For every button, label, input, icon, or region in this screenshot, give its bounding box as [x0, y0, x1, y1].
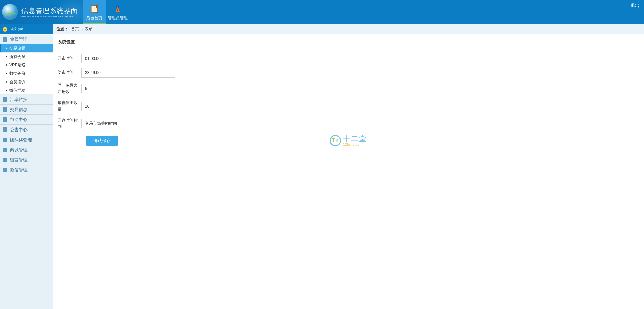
- sub-all-members[interactable]: 所有会员: [0, 53, 53, 61]
- logo-area: 信息管理系统界面 INFORMATION MANAGEMENT SYSTEM G…: [0, 0, 83, 24]
- app-title: 信息管理系统界面: [21, 6, 78, 15]
- top-nav: 后台首页 管理员管理: [83, 0, 129, 24]
- sec-help-label: 帮助中心: [10, 117, 28, 123]
- nav-admin-label: 管理员管理: [108, 15, 128, 21]
- input-close-time[interactable]: [81, 68, 175, 78]
- sec-member-label: 會員管理: [10, 36, 28, 42]
- logo-icon: [2, 4, 18, 20]
- sec-exchange[interactable]: 汇率转换: [0, 95, 53, 105]
- edit-icon: [3, 158, 7, 162]
- chevron-down-icon: [3, 27, 7, 32]
- sidebar-header-label: 功能栏: [10, 26, 23, 32]
- input-open-time[interactable]: [81, 54, 175, 63]
- sec-notice-label: 公告中心: [10, 127, 28, 133]
- sub-vre-bonus[interactable]: VRE增送: [0, 61, 53, 69]
- breadcrumb-home[interactable]: 首页: [71, 26, 79, 32]
- sidebar: 功能栏 會員管理 交易设置 所有会员 VRE增送 数据备份 会员投诉 微信群发 …: [0, 24, 53, 309]
- sec-mall-label: 商城管理: [10, 147, 28, 153]
- book-icon: [89, 4, 99, 14]
- sec-team-bonus[interactable]: 团队奖管理: [0, 135, 53, 145]
- edit-icon: [3, 148, 7, 152]
- app-subtitle: INFORMATION MANAGEMENT SYSTEM GUI: [21, 15, 78, 18]
- main-area: 位置： 首页 › 表单 系统设置 开市时间 闭市时间 同一IP最大注册数 最低售…: [53, 24, 644, 309]
- breadcrumb: 位置： 首页 › 表单: [53, 24, 644, 34]
- chat-icon: [3, 168, 7, 172]
- sec-message[interactable]: 留言管理: [0, 155, 53, 165]
- sub-backup[interactable]: 数据备份: [0, 69, 53, 78]
- submit-button[interactable]: 确认保存: [86, 136, 118, 146]
- sec-wechat-label: 微信管理: [10, 167, 28, 173]
- sec-team-bonus-label: 团队奖管理: [10, 137, 32, 143]
- sidebar-header[interactable]: 功能栏: [0, 24, 53, 34]
- tools-icon: [113, 4, 123, 14]
- sec-mall[interactable]: 商城管理: [0, 145, 53, 155]
- row-min-sell-qty: 最低售出数量: [53, 100, 644, 112]
- breadcrumb-label: 位置：: [56, 26, 68, 32]
- sub-trade-settings[interactable]: 交易设置: [0, 44, 53, 53]
- label-max-ip-reg: 同一IP最大注册数: [58, 82, 81, 95]
- sec-help[interactable]: 帮助中心: [0, 115, 53, 125]
- sub-wechat-broadcast[interactable]: 微信群发: [0, 86, 53, 95]
- svg-rect-4: [117, 9, 118, 11]
- list-icon: [3, 107, 7, 112]
- row-max-ip-reg: 同一IP最大注册数: [53, 82, 644, 95]
- sec-message-label: 留言管理: [10, 157, 28, 163]
- button-row: 确认保存: [53, 136, 644, 146]
- label-open-time-control: 开盘时间控制: [58, 117, 81, 130]
- breadcrumb-sep: ›: [81, 27, 83, 32]
- input-min-sell-qty[interactable]: [81, 102, 175, 111]
- list-icon: [3, 37, 7, 42]
- panel: 系统设置 开市时间 闭市时间 同一IP最大注册数 最低售出数量 开盘时间控制: [53, 34, 644, 309]
- swap-icon: [3, 97, 7, 102]
- row-open-time: 开市时间: [53, 54, 644, 63]
- label-open-time: 开市时间: [58, 55, 81, 62]
- edit-icon: [3, 127, 7, 132]
- sec-notice[interactable]: 公告中心: [0, 125, 53, 135]
- input-open-time-control[interactable]: [81, 119, 175, 128]
- sec-wechat[interactable]: 微信管理: [0, 165, 53, 175]
- sec-trade-info-label: 交易信息: [10, 107, 28, 113]
- panel-title: 系统设置: [53, 34, 644, 47]
- sec-exchange-label: 汇率转换: [10, 97, 28, 103]
- input-max-ip-reg[interactable]: [81, 84, 175, 93]
- svg-rect-2: [96, 5, 97, 8]
- row-open-time-control: 开盘时间控制: [53, 117, 644, 130]
- label-min-sell-qty: 最低售出数量: [58, 100, 81, 112]
- calendar-icon: [3, 138, 7, 142]
- breadcrumb-current: 表单: [85, 26, 93, 32]
- logo-text: 信息管理系统界面 INFORMATION MANAGEMENT SYSTEM G…: [21, 6, 78, 18]
- nav-admin[interactable]: 管理员管理: [106, 0, 129, 24]
- row-close-time: 闭市时间: [53, 68, 644, 78]
- label-close-time: 闭市时间: [58, 69, 81, 76]
- sec-member[interactable]: 會員管理: [0, 34, 53, 44]
- logout-link[interactable]: 退出: [631, 0, 644, 24]
- sub-complaints[interactable]: 会员投诉: [0, 78, 53, 86]
- panel-underline: [58, 47, 639, 47]
- nav-home-label: 后台首页: [86, 15, 102, 21]
- edit-icon: [3, 117, 7, 122]
- nav-home[interactable]: 后台首页: [83, 0, 106, 24]
- main-container: 功能栏 會員管理 交易设置 所有会员 VRE增送 数据备份 会员投诉 微信群发 …: [0, 24, 644, 309]
- app-header: 信息管理系统界面 INFORMATION MANAGEMENT SYSTEM G…: [0, 0, 644, 24]
- sec-trade-info[interactable]: 交易信息: [0, 105, 53, 115]
